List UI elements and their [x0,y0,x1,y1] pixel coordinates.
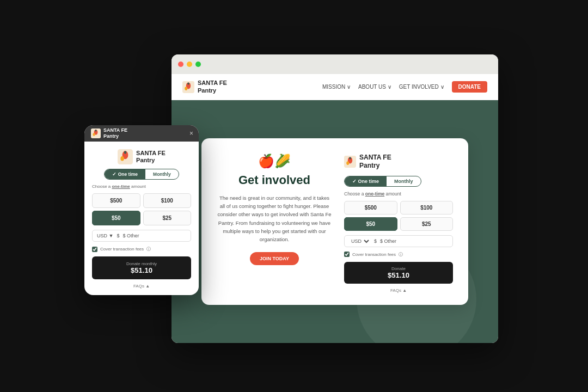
site-content: 🍎🌽 Get involved The need is great in our… [171,100,498,343]
mobile-faqs-link[interactable]: FAQs ▲ [133,284,150,289]
donate-button-amount: $51.10 [350,271,448,279]
amount-25[interactable]: $25 [400,217,454,231]
mobile-other-row: USD ▼ $ $ Other [92,230,191,242]
mobile-top-brand: SANTA FEPantry [103,127,127,139]
mobile-card: SANTA FEPantry × SANTA FEPantry ✓ One ti… [84,125,199,295]
mobile-tab-one-time[interactable]: ✓ One time [105,169,145,179]
dot-green[interactable] [195,62,201,67]
card-right-logo: SANTA FEPantry [344,154,453,169]
mobile-donate-button[interactable]: Donate monthly $51.10 [92,256,191,279]
mobile-amount-100[interactable]: $100 [143,193,192,208]
cover-fees-label: Cover transaction fees [352,252,396,257]
dot-red[interactable] [178,62,183,67]
tab-group: ✓ One time Monthly [344,176,421,187]
tab-one-time[interactable]: ✓ One time [345,176,387,186]
nav-get-involved[interactable]: GET INVOLVED ∨ [399,84,444,90]
checkbox-row: Cover transaction fees ⓘ [344,252,453,258]
dot-yellow[interactable] [187,62,192,67]
amount-500[interactable]: $500 [344,201,397,215]
mobile-amount-label: Choose a one-time amount [92,184,146,189]
amount-label: Choose a one-time amount [344,191,453,197]
mobile-info-icon[interactable]: ⓘ [146,246,151,252]
mobile-top-bar: SANTA FEPantry × [84,125,199,142]
card-description: The need is great in our community, and … [217,194,332,243]
mobile-tab-group: ✓ One time Monthly [104,169,179,180]
mobile-amount-500[interactable]: $500 [92,193,140,208]
amount-50[interactable]: $50 [344,217,397,231]
other-amount-row: USD $ $ Other [344,235,453,247]
svg-rect-2 [187,82,189,84]
nav-logo-icon [182,81,194,93]
amount-grid: $500 $100 $50 $25 [344,201,453,231]
mobile-amount-grid: $500 $100 $50 $25 [92,193,191,225]
info-icon[interactable]: ⓘ [399,252,403,258]
card-logo-icon [344,156,356,168]
mobile-other-label: $ Other [122,233,139,238]
svg-point-11 [93,133,95,136]
donation-card: 🍎🌽 Get involved The need is great in our… [201,138,468,305]
mobile-amount-50[interactable]: $50 [92,211,140,225]
nav-logo: SANTA FEPantry [182,79,227,94]
card-left: 🍎🌽 Get involved The need is great in our… [217,154,332,293]
mobile-top-logo: SANTA FEPantry [91,127,127,139]
nav-about[interactable]: ABOUT US ∨ [358,84,391,90]
svg-point-7 [346,161,349,165]
faqs-link[interactable]: FAQs ▲ [344,288,453,293]
card-title: Get involved [238,173,310,187]
cover-fees-checkbox[interactable] [344,252,350,257]
mobile-amount-25[interactable]: $25 [143,211,192,225]
svg-point-15 [120,156,124,161]
card-brand-text: SANTA FEPantry [359,154,391,169]
svg-point-3 [185,87,187,90]
mobile-tab-monthly[interactable]: Monthly [145,169,179,179]
card-right: SANTA FEPantry ✓ One time Monthly Choose… [344,154,453,293]
mobile-currency[interactable]: USD ▼ [97,233,113,238]
mobile-checkbox-row: Cover transaction fees ⓘ [92,246,151,252]
mobile-top-logo-icon [91,128,101,138]
svg-rect-6 [349,157,351,159]
mobile-inner-logo: SANTA FEPantry [118,149,166,164]
mobile-donate-amount: $51.10 [97,266,186,274]
mobile-donate-label: Donate monthly [97,261,186,266]
currency-select[interactable]: USD [349,238,371,244]
nav-mission[interactable]: MISSION ∨ [322,84,351,90]
nav-logo-text: SANTA FEPantry [198,79,227,94]
join-today-button[interactable]: JOIN TODAY [250,252,299,265]
mobile-inner-logo-icon [118,149,133,164]
nav-links: MISSION ∨ ABOUT US ∨ GET INVOLVED ∨ DONA… [322,81,487,93]
nav-donate-button[interactable]: DONATE [452,81,487,93]
mobile-inner-brand: SANTA FEPantry [136,150,166,164]
browser-chrome [171,54,498,74]
mobile-body: SANTA FEPantry ✓ One time Monthly Choose… [84,142,199,295]
mobile-dollar-sign: $ [117,233,119,238]
mobile-close-button[interactable]: × [189,130,193,137]
site-nav: SANTA FEPantry MISSION ∨ ABOUT US ∨ GET … [171,74,498,100]
dollar-sign: $ [374,238,377,244]
svg-rect-14 [124,151,126,154]
mobile-cover-fees-checkbox[interactable] [92,247,97,252]
browser-window: SANTA FEPantry MISSION ∨ ABOUT US ∨ GET … [171,54,498,343]
donate-button-label: Donate [350,266,448,271]
donate-button[interactable]: Donate $51.10 [344,262,453,284]
amount-100[interactable]: $100 [400,201,454,215]
mobile-cover-fees-label: Cover transaction fees [100,247,144,252]
tab-monthly[interactable]: Monthly [387,176,421,186]
card-icons: 🍎🌽 [258,154,291,169]
other-label: $ Other [380,238,396,244]
svg-rect-10 [95,130,97,131]
